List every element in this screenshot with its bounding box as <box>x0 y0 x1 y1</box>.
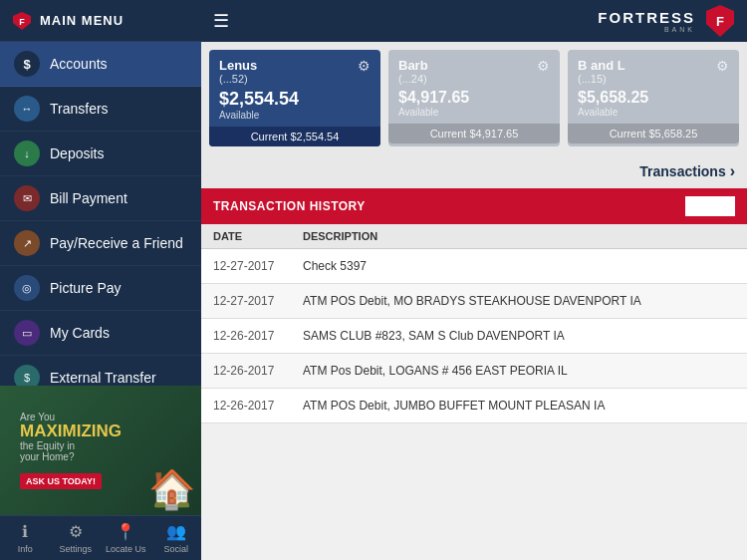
deposits-label: Deposits <box>50 145 104 161</box>
sidebar-nav: $ Accounts ↔ Transfers ↓ Deposits ✉ Bill… <box>0 42 201 386</box>
menu-shield-icon: F <box>12 11 32 31</box>
transaction-columns: DATE DESCRIPTION <box>201 224 747 249</box>
ad-line3: the Equity in <box>20 440 181 451</box>
my-cards-icon: ▭ <box>14 320 40 346</box>
sidebar-header: F MAIN MENU <box>0 0 201 42</box>
svg-text:F: F <box>19 17 25 27</box>
accounts-label: Accounts <box>50 56 108 72</box>
account-current-lenus: Current $2,554.54 <box>209 127 380 146</box>
transfers-label: Transfers <box>50 101 109 117</box>
fortress-logo: FORTRESS BANK F <box>598 4 735 38</box>
locate-us-label: Locate Us <box>106 544 146 554</box>
sidebar-footer: ℹ Info ⚙ Settings 📍 Locate Us 👥 Social <box>0 515 201 560</box>
ask-us-today-label: ASK US TODAY! <box>20 473 102 489</box>
footer-locate-us[interactable]: 📍 Locate Us <box>101 516 151 560</box>
sidebar-item-accounts[interactable]: $ Accounts <box>0 42 201 87</box>
table-row: 12-26-2017 SAMS CLUB #823, SAM S Club DA… <box>201 319 747 354</box>
picture-pay-icon: ◎ <box>14 275 40 301</box>
transactions-header: Transactions › <box>201 154 747 188</box>
bank-sub: BANK <box>664 26 695 33</box>
bank-name: FORTRESS <box>598 9 695 26</box>
social-icon: 👥 <box>166 522 186 541</box>
sidebar: F MAIN MENU $ Accounts ↔ Transfers ↓ Dep… <box>0 0 201 560</box>
table-row: 12-27-2017 ATM POS Debit, MO BRADYS STEA… <box>201 284 747 319</box>
transaction-history: TRANSACTION HISTORY DATE DESCRIPTION 12-… <box>201 188 747 560</box>
sidebar-ad: Are You MAXIMIZING the Equity in your Ho… <box>0 386 201 515</box>
transactions-link[interactable]: Transactions › <box>639 162 735 180</box>
row-desc-3: ATM Pos Debit, LOGANS # 456 EAST PEORIA … <box>303 364 735 378</box>
transaction-history-title: TRANSACTION HISTORY <box>213 199 366 213</box>
row-date-1: 12-27-2017 <box>213 294 303 308</box>
account-card-bandl[interactable]: B and L (...15) ⚙ $5,658.25 Available Cu… <box>568 50 739 146</box>
row-desc-1: ATM POS Debit, MO BRADYS STEAKHOUSE DAVE… <box>303 294 735 308</box>
external-transfer-label: External Transfer <box>50 370 156 386</box>
external-transfer-icon: $ <box>14 365 40 386</box>
table-row: 12-26-2017 ATM POS Debit, JUMBO BUFFET M… <box>201 389 747 423</box>
account-amount-bandl: $5,658.25 <box>578 89 729 107</box>
row-desc-0: Check 5397 <box>303 259 735 273</box>
sidebar-item-external-transfer[interactable]: $ External Transfer <box>0 356 201 386</box>
account-settings-icon-lenus[interactable]: ⚙ <box>358 58 371 74</box>
pay-receive-icon: ↗ <box>14 230 40 256</box>
account-card-header-bandl: B and L (...15) ⚙ <box>578 58 729 85</box>
row-date-2: 12-26-2017 <box>213 329 303 343</box>
settings-icon: ⚙ <box>69 522 83 541</box>
ad-line4: your Home? <box>20 451 181 462</box>
col-desc-header: DESCRIPTION <box>303 230 735 242</box>
fortress-shield-icon: F <box>705 4 735 38</box>
ad-line1: Are You <box>20 412 181 422</box>
row-date-3: 12-26-2017 <box>213 364 303 378</box>
footer-info[interactable]: ℹ Info <box>0 516 51 560</box>
hamburger-icon[interactable]: ☰ <box>213 10 229 32</box>
account-current-bandl: Current $5,658.25 <box>568 124 739 143</box>
accounts-icon: $ <box>14 51 40 77</box>
sidebar-item-bill-payment[interactable]: ✉ Bill Payment <box>0 176 201 221</box>
pay-receive-label: Pay/Receive a Friend <box>50 235 183 251</box>
transactions-arrow-icon: › <box>730 162 735 180</box>
account-available-lenus: Available <box>219 110 371 121</box>
row-date-4: 12-26-2017 <box>213 399 303 413</box>
account-current-barb: Current $4,917.65 <box>388 124 560 143</box>
footer-settings[interactable]: ⚙ Settings <box>51 516 102 560</box>
bill-payment-label: Bill Payment <box>50 190 127 206</box>
transactions-label: Transactions <box>639 163 725 179</box>
bill-payment-icon: ✉ <box>14 185 40 211</box>
row-desc-4: ATM POS Debit, JUMBO BUFFET MOUNT PLEASA… <box>303 399 735 413</box>
account-available-barb: Available <box>398 107 550 118</box>
accounts-area: Lenus (...52) ⚙ $2,554.54 Available Curr… <box>201 42 747 154</box>
info-icon: ℹ <box>22 522 28 541</box>
settings-label: Settings <box>59 544 92 554</box>
ad-button[interactable]: ASK US TODAY! <box>20 468 181 489</box>
locate-us-icon: 📍 <box>116 522 135 541</box>
account-card-lenus[interactable]: Lenus (...52) ⚙ $2,554.54 Available Curr… <box>209 50 380 146</box>
picture-pay-label: Picture Pay <box>50 280 122 296</box>
account-name-lenus: Lenus (...52) <box>219 58 257 85</box>
sidebar-item-deposits[interactable]: ↓ Deposits <box>0 132 201 176</box>
main-content: ☰ FORTRESS BANK F Le <box>201 0 747 560</box>
sidebar-item-picture-pay[interactable]: ◎ Picture Pay <box>0 266 201 311</box>
account-amount-barb: $4,917.65 <box>398 89 550 107</box>
sidebar-item-transfers[interactable]: ↔ Transfers <box>0 87 201 132</box>
ad-content: Are You MAXIMIZING the Equity in your Ho… <box>0 386 201 515</box>
account-settings-icon-barb[interactable]: ⚙ <box>537 58 550 74</box>
account-settings-icon-bandl[interactable]: ⚙ <box>716 58 729 74</box>
transfers-icon: ↔ <box>14 96 40 122</box>
transaction-search-input[interactable] <box>685 196 735 216</box>
account-amount-lenus: $2,554.54 <box>219 89 371 110</box>
account-card-barb[interactable]: Barb (...24) ⚙ $4,917.65 Available Curre… <box>388 50 560 146</box>
app-container: F MAIN MENU $ Accounts ↔ Transfers ↓ Dep… <box>0 0 747 560</box>
account-card-header-barb: Barb (...24) ⚙ <box>398 58 550 85</box>
footer-social[interactable]: 👥 Social <box>151 516 202 560</box>
table-row: 12-27-2017 Check 5397 <box>201 249 747 284</box>
svg-text:F: F <box>716 14 724 29</box>
sidebar-item-pay-receive[interactable]: ↗ Pay/Receive a Friend <box>0 221 201 266</box>
top-bar: ☰ FORTRESS BANK F <box>201 0 747 42</box>
social-label: Social <box>163 544 188 554</box>
sidebar-title: MAIN MENU <box>40 13 124 28</box>
sidebar-item-my-cards[interactable]: ▭ My Cards <box>0 311 201 356</box>
table-row: 12-26-2017 ATM Pos Debit, LOGANS # 456 E… <box>201 354 747 389</box>
ad-text: Are You MAXIMIZING the Equity in your Ho… <box>10 402 191 500</box>
deposits-icon: ↓ <box>14 140 40 166</box>
account-name-bandl: B and L (...15) <box>578 58 625 85</box>
col-date-header: DATE <box>213 230 303 242</box>
